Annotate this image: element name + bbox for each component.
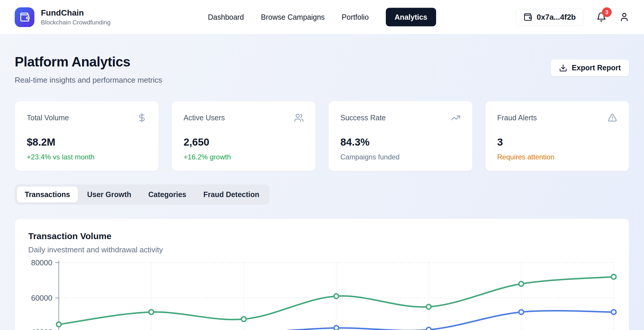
data-point-investments [519,281,524,286]
nav-item-dashboard[interactable]: Dashboard [208,13,244,21]
main-nav: DashboardBrowse CampaignsPortfolioAnalyt… [208,8,436,26]
data-point-investments [56,322,61,327]
stat-label: Total Volume [27,114,69,122]
stat-card: Success Rate84.3%Campaigns funded [328,101,473,171]
brand-name: FundChain [41,8,111,18]
users-icon [294,113,304,123]
data-point-investments [241,317,246,321]
data-point-withdrawals [611,310,616,314]
stats-row: Total Volume$8.2M+23.4% vs last monthAct… [15,101,629,171]
trending-up-icon [451,113,461,123]
tab-fraud-detection[interactable]: Fraud Detection [195,186,267,203]
stat-note: +16.2% growth [183,153,303,161]
notifications-button[interactable]: 3 [596,12,606,22]
tab-categories[interactable]: Categories [140,186,194,203]
y-axis-label: 80000 [31,258,52,267]
transaction-volume-chart: 400006000080000 [0,258,644,330]
chart-title: Transaction Volume [28,231,616,241]
tab-user-growth[interactable]: User Growth [79,186,139,203]
nav-item-browse-campaigns[interactable]: Browse Campaigns [261,13,325,21]
chart-tabs: TransactionsUser GrowthCategoriesFraud D… [15,184,269,205]
download-icon [559,64,567,72]
y-axis-label: 60000 [31,294,52,302]
data-point-investments [611,274,616,279]
stat-card: Active Users2,650+16.2% growth [171,101,316,171]
profile-button[interactable] [619,12,629,22]
brand-logo [15,7,34,27]
stat-card: Fraud Alerts3Requires attention [485,101,629,171]
stat-card: Total Volume$8.2M+23.4% vs last month [15,101,159,171]
data-point-investments [149,310,154,314]
chart-subtitle: Daily investment and withdrawal activity [28,245,616,254]
stat-value: 3 [497,136,617,148]
alert-triangle-icon [608,113,617,123]
stat-note: Requires attention [497,153,617,161]
page-title: Platform Analytics [15,54,162,70]
wallet-icon [19,12,30,22]
wallet-address: 0x7a...4f2b [537,13,576,22]
data-point-withdrawals [426,327,431,330]
navbar-actions: 0x7a...4f2b 3 [516,9,629,26]
wallet-icon [523,13,532,21]
dollar-icon [137,113,147,123]
stat-value: 84.3% [341,136,461,148]
page-subtitle: Real-time insights and performance metri… [15,76,162,85]
page-header: Platform Analytics Real-time insights an… [15,54,629,85]
stat-label: Fraud Alerts [497,114,537,122]
y-axis-label: 40000 [31,328,52,330]
data-point-withdrawals [519,310,524,314]
stat-label: Active Users [183,114,225,122]
nav-item-portfolio[interactable]: Portfolio [342,13,369,21]
navbar: FundChain Blockchain Crowdfunding Dashbo… [0,0,644,34]
tab-transactions[interactable]: Transactions [17,186,78,203]
data-point-investments [334,294,339,299]
nav-item-analytics[interactable]: Analytics [386,8,436,26]
stat-note: Campaigns funded [341,153,461,161]
stat-label: Success Rate [341,114,386,122]
notification-badge: 3 [602,7,612,17]
stat-value: $8.2M [27,136,147,148]
stat-note: +23.4% vs last month [27,153,147,161]
brand: FundChain Blockchain Crowdfunding [15,7,111,27]
brand-tagline: Blockchain Crowdfunding [41,19,111,26]
data-point-withdrawals [334,326,339,330]
data-point-investments [426,304,431,309]
export-report-button[interactable]: Export Report [550,59,629,76]
stat-value: 2,650 [183,136,303,148]
user-icon [619,12,629,22]
wallet-address-button[interactable]: 0x7a...4f2b [516,9,583,26]
